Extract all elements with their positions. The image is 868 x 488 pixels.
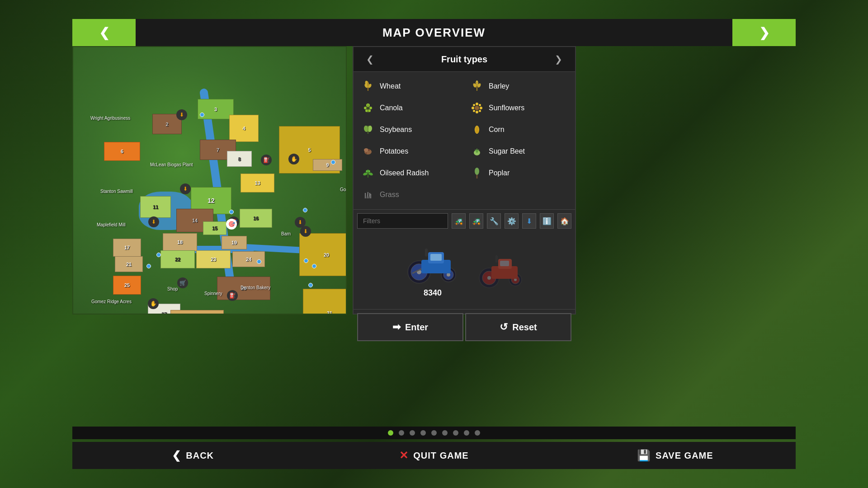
page-dot-3[interactable] [410,430,415,436]
svg-point-7 [365,109,368,112]
enter-button[interactable]: ➡ Enter [357,313,463,341]
right-panel: ❮ Fruit types ❯ Wheat Canola [353,46,576,314]
map-field[interactable]: 28 [170,310,224,314]
page-dot-5[interactable] [431,430,437,436]
filter-tools-btn[interactable]: 🔧 [487,213,501,229]
map-field[interactable]: 31 [303,289,347,314]
page-dot-6[interactable] [442,430,448,436]
svg-point-30 [476,103,478,105]
svg-rect-59 [425,249,428,257]
canola-icon [361,101,375,115]
corn-icon [470,122,484,137]
page-dot-1[interactable] [388,430,393,436]
fruit-item-poplar[interactable]: Poplar [464,162,573,184]
map-field[interactable]: 15 [203,221,226,235]
page-dot-4[interactable] [420,430,426,436]
quit-button[interactable]: ✕ QUIT GAME [313,442,554,469]
map-field[interactable]: 19 [222,236,247,249]
map-field[interactable]: 20 [299,233,347,276]
filter-info-btn[interactable]: ℹ️ [540,213,554,229]
page-dot-7[interactable] [453,430,458,436]
fruit-item-wheat[interactable]: Wheat [355,75,464,97]
fruit-next-button[interactable]: ❯ [551,52,566,66]
back-button[interactable]: ❮ BACK [72,442,313,469]
map-field[interactable]: 9 [313,159,342,171]
page-dot-8[interactable] [464,430,469,436]
fruit-types-header: ❮ Fruit types ❯ [354,47,575,72]
svg-point-49 [475,168,479,175]
sunflowers-label: Sunflowers [489,104,524,112]
oilseed-label: Oilseed Radish [380,169,429,177]
wheat-icon [361,79,375,94]
fruit-item-soybeans[interactable]: Soybeans [355,119,464,141]
svg-point-29 [475,106,479,110]
map-field[interactable]: 25 [113,276,141,295]
svg-point-16 [366,153,367,154]
svg-point-5 [364,107,367,109]
map-field[interactable]: 22 [160,250,195,268]
poplar-icon [470,166,484,180]
waypoint-dot [331,160,335,164]
save-label: SAVE GAME [656,450,713,461]
map-field[interactable]: 23 [196,250,231,268]
svg-point-34 [473,104,475,106]
fuel2-icon: ⛽ [227,290,238,301]
red-machine-item [476,252,525,290]
next-page-button[interactable]: ❯ [732,19,796,46]
fruit-item-canola[interactable]: Canola [355,97,464,119]
location-label: McLean Biogas Plant [150,162,193,167]
soybeans-icon [361,122,375,137]
prev-page-button[interactable]: ❮ [72,19,136,46]
fruit-item-grass[interactable]: Grass [355,184,464,206]
fruit-item-sunflowers[interactable]: Sunflowers [464,97,573,119]
poplar-label: Poplar [489,169,509,177]
map-field[interactable]: 16 [240,209,272,228]
fruit-item-oilseed[interactable]: Oilseed Radish [355,162,464,184]
location-label: Stanton Sawmill [100,189,133,194]
filter-download-btn[interactable]: ⬇ [522,213,536,229]
location-label: Goldcoast Pacific Grain [340,187,347,192]
barley-label: Barley [489,82,509,90]
sugar-beet-icon [470,144,484,159]
filter-tractor-btn[interactable]: 🚜 [452,213,466,229]
location-label: Wright Agribusiness [90,116,130,121]
page-dot-2[interactable] [399,430,404,436]
shop-icon: 🛒 [177,277,188,288]
map-field[interactable]: 11 [140,196,171,218]
svg-point-33 [480,107,482,109]
fruit-item-sugar-beet[interactable]: Sugar Beet [464,141,573,162]
map-field[interactable]: 13 [241,174,274,192]
chevron-right-icon: ❯ [759,25,769,40]
svg-point-37 [479,110,481,112]
fruit-grid: Wheat Canola Soybeans Potatoes [354,72,575,209]
save-icon: 💾 [637,449,651,462]
fruit-item-potatoes[interactable]: Potatoes [355,141,464,162]
map-field[interactable]: 24 [232,251,265,267]
filter-settings-btn[interactable]: ⚙️ [505,213,519,229]
reset-button[interactable]: ↺ Reset [465,313,571,341]
save-button[interactable]: 💾 SAVE GAME [555,442,796,469]
filter-combine-btn[interactable]: 🚜 [469,213,483,229]
location-label: Barn [281,231,291,236]
filter-home-btn[interactable]: 🏠 [557,213,571,229]
fruit-item-corn[interactable]: Corn [464,119,573,141]
pagination [72,427,796,439]
filters-input[interactable] [357,213,448,229]
page-dot-9[interactable] [475,430,480,436]
quit-label: QUIT GAME [413,450,468,461]
map-field[interactable]: 6 [104,142,140,161]
sunflowers-icon [470,101,484,115]
map-field[interactable]: 17 [113,239,141,257]
map-field[interactable]: 4 [229,115,259,142]
svg-point-35 [479,104,481,106]
sawmill-icon: ⬇ [180,183,191,194]
map-field[interactable]: 18 [163,233,197,251]
fruit-item-barley[interactable]: Barley [464,75,573,97]
fruit-prev-button[interactable]: ❮ [363,52,377,66]
map-field[interactable]: 21 [115,256,143,272]
map-field[interactable]: 8 [227,151,252,167]
svg-point-64 [487,276,491,280]
map-area[interactable]: 2 3 4 5 6 7 8 9 11 [72,46,347,314]
svg-rect-70 [500,261,509,266]
svg-line-23 [369,193,370,198]
